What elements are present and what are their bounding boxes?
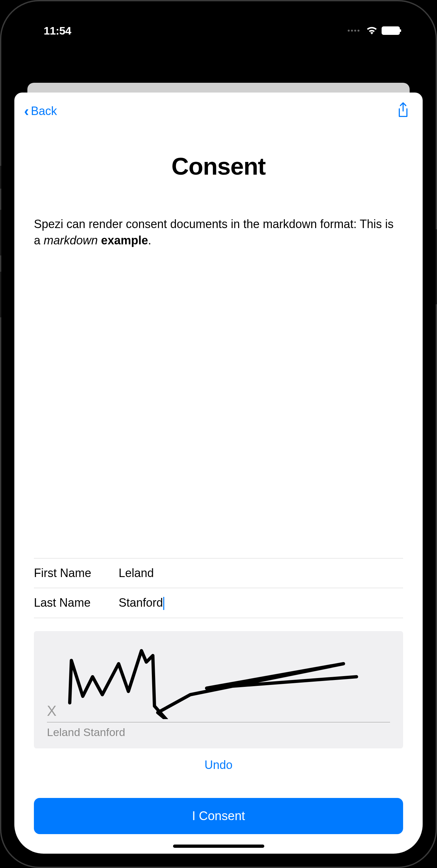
name-form: First Name Leland Last Name Stanford	[34, 558, 403, 618]
device-frame: 11:54	[0, 0, 437, 868]
status-icons	[348, 25, 400, 36]
volume-up-button	[0, 210, 1, 255]
back-button[interactable]: ‹ Back	[24, 104, 57, 118]
first-name-field[interactable]: Leland	[119, 566, 403, 580]
last-name-row: Last Name Stanford	[34, 588, 403, 618]
volume-down-button	[0, 272, 1, 317]
share-icon	[397, 102, 410, 119]
status-bar: 11:54	[14, 14, 423, 47]
status-time: 11:54	[44, 25, 71, 37]
first-name-row: First Name Leland	[34, 558, 403, 588]
signature-x-marker: X	[47, 703, 56, 719]
cellular-dots-icon	[348, 30, 360, 32]
last-name-field[interactable]: Stanford	[119, 596, 403, 610]
screen: 11:54	[14, 14, 423, 854]
back-label: Back	[31, 104, 57, 118]
power-button	[436, 229, 437, 304]
background-sheet	[27, 83, 410, 93]
wifi-icon	[366, 25, 378, 36]
text-cursor	[163, 597, 164, 610]
consent-button[interactable]: I Consent	[34, 798, 403, 834]
sheet-backdrop	[14, 47, 423, 93]
undo-button[interactable]: Undo	[34, 748, 403, 782]
last-name-label: Last Name	[34, 596, 105, 610]
signature-pad[interactable]: X Leland Stanford	[34, 631, 403, 748]
signature-name-preview: Leland Stanford	[47, 726, 125, 739]
first-name-label: First Name	[34, 566, 105, 580]
content-area: Consent Spezi can render consent documen…	[14, 126, 423, 854]
signature-drawing	[44, 638, 370, 719]
silent-switch	[0, 166, 1, 189]
signature-line	[47, 722, 390, 722]
nav-bar: ‹ Back	[14, 93, 423, 126]
share-button[interactable]	[397, 102, 410, 120]
home-indicator[interactable]	[173, 844, 264, 848]
consent-description: Spezi can render consent documents in th…	[34, 216, 403, 249]
consent-sheet: ‹ Back Consent Spezi can render consent …	[14, 93, 423, 854]
page-title: Consent	[34, 153, 403, 180]
battery-icon	[382, 26, 400, 35]
chevron-left-icon: ‹	[24, 104, 29, 118]
